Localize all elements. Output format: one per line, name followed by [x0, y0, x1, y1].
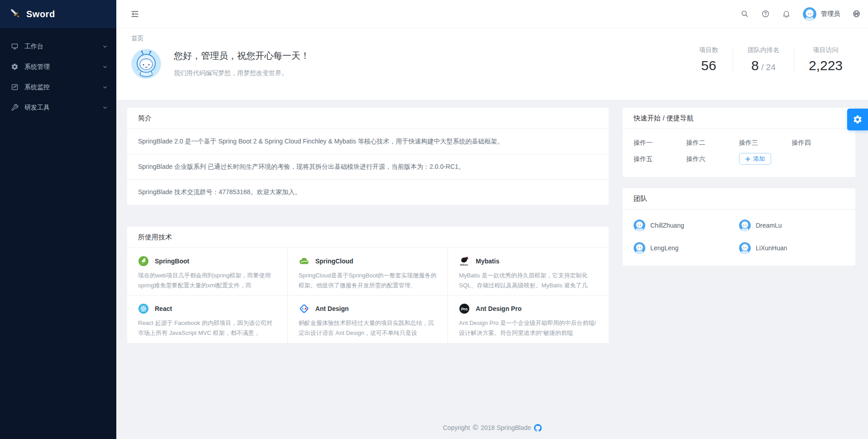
- welcome-avatar: [131, 49, 161, 79]
- team-member[interactable]: DreamLu: [739, 220, 844, 231]
- team-card: 团队 ChillZhuang DreamLu LengLeng LiXunHua…: [623, 188, 855, 266]
- stat-label: 团队内排名: [748, 46, 779, 54]
- hero-stats: 项目数 56 团队内排名 8 / 24 项目访问 2,223: [685, 46, 857, 73]
- app-logo[interactable]: Sword: [0, 0, 116, 28]
- team-member[interactable]: ChillZhuang: [634, 220, 739, 231]
- quick-link-1[interactable]: 操作一: [634, 136, 687, 149]
- member-name: LengLeng: [650, 244, 678, 252]
- breadcrumb[interactable]: 首页: [131, 34, 143, 43]
- tech-desc: React 起源于 Facebook 的内部项目，因为该公司对市场上所有 Jav…: [138, 318, 277, 339]
- github-icon[interactable]: [534, 424, 542, 432]
- quick-link-5[interactable]: 操作五: [634, 152, 687, 166]
- chevron-down-icon: [103, 65, 107, 69]
- quick-link-3[interactable]: 操作三: [739, 136, 792, 149]
- intro-card: 简介 SpringBlade 2.0 是一个基于 Spring Boot 2 &…: [127, 108, 609, 205]
- member-avatar: [739, 242, 751, 254]
- tech-cell-mybatis[interactable]: MyBatis Mybatis MyBatis 是一款优秀的持久层框架，它支持定…: [448, 248, 609, 296]
- member-avatar: [634, 220, 645, 231]
- sidebar-nav: 工作台 系统管理 系统监控 研发工具: [0, 28, 116, 118]
- plus-icon: [745, 157, 750, 162]
- tech-cell-springcloud[interactable]: SpringCloud SpringCloud是基于SpringBoot的一整套…: [288, 248, 448, 296]
- welcome-title: 您好，管理员，祝您开心每一天！: [174, 50, 310, 62]
- tech-name: Ant Design Pro: [476, 305, 521, 312]
- member-name: LiXunHuan: [756, 244, 787, 252]
- team-members: ChillZhuang DreamLu LengLeng LiXunHuan: [623, 210, 855, 254]
- sidebar: Sword 工作台 系统管理 系统监控 研发工具: [0, 0, 116, 439]
- team-member[interactable]: LengLeng: [634, 242, 739, 254]
- wrench-icon: [11, 104, 19, 111]
- search-icon[interactable]: [740, 10, 749, 18]
- help-icon[interactable]: [761, 10, 770, 18]
- member-name: ChillZhuang: [650, 222, 684, 229]
- sidebar-item-label: 系统管理: [24, 63, 103, 71]
- team-card-title: 团队: [623, 188, 855, 210]
- monitor-icon: [11, 43, 19, 50]
- tech-desc: 现在的web项目几乎都会用到spring框架，而要使用spring难免需要配置大…: [138, 271, 277, 291]
- member-avatar: [739, 220, 751, 231]
- stat-value: 8 / 24: [748, 58, 779, 73]
- antdesign-icon: [299, 303, 310, 314]
- footer-copyright-text: Copyright: [443, 424, 470, 431]
- intro-card-title: 简介: [127, 108, 609, 129]
- globe-icon[interactable]: [852, 10, 861, 18]
- collapse-menu-icon: [130, 9, 140, 19]
- member-name: DreamLu: [756, 222, 782, 229]
- antdesignpro-icon: Pro: [459, 303, 470, 314]
- page-content: 首页 您好，管理员，祝您开心每一天: [116, 28, 868, 439]
- bell-icon[interactable]: [782, 10, 791, 18]
- stat-project-visits: 项目访问 2,223: [794, 46, 857, 73]
- tech-name: Ant Design: [315, 305, 349, 312]
- member-avatar: [634, 242, 645, 254]
- app-root: Sword 工作台 系统管理 系统监控 研发工具: [0, 0, 868, 439]
- sword-logo-icon: [9, 7, 21, 21]
- stat-label: 项目访问: [809, 46, 843, 54]
- sidebar-item-label: 系统监控: [24, 83, 103, 91]
- chevron-down-icon: [103, 105, 107, 110]
- gear-icon: [11, 63, 19, 71]
- stat-projects: 项目数 56: [685, 46, 733, 73]
- tech-desc: Ant Design Pro 是一个企业级开箱即用的中后台前端/设计解决方案。符…: [459, 318, 598, 339]
- welcome-subtitle: 我们用代码编写梦想，用梦想改变世界。: [174, 69, 310, 77]
- quick-links: 操作一 操作二 操作三 操作四 操作五 操作六 添加: [623, 129, 855, 166]
- add-button-label: 添加: [753, 155, 765, 163]
- tech-desc: MyBatis 是一款优秀的持久层框架，它支持定制化 SQL、存储过程以及高级映…: [459, 271, 598, 291]
- stat-value: 56: [699, 58, 718, 73]
- add-button[interactable]: 添加: [739, 153, 771, 165]
- intro-line: SpringBlade 2.0 是一个基于 Spring Boot 2 & Sp…: [127, 129, 609, 154]
- sidebar-item-system-monitor[interactable]: 系统监控: [0, 77, 116, 97]
- user-menu[interactable]: 管理员: [803, 7, 840, 21]
- chevron-down-icon: [103, 85, 107, 90]
- sidebar-item-dev-tools[interactable]: 研发工具: [0, 97, 116, 118]
- tech-card-title: 所使用技术: [127, 227, 609, 248]
- user-name: 管理员: [821, 10, 840, 18]
- quick-start-title: 快速开始 / 便捷导航: [623, 108, 855, 129]
- intro-line: SpringBlade 企业版系列 已通过长时间生产环境的考验，现将其拆分出基础…: [127, 154, 609, 180]
- copyright-icon: ©: [472, 424, 478, 432]
- tech-cell-antdesign[interactable]: Ant Design 蚂蚁金服体验技术部经过大量的项目实践和总结，沉淀出设计语言…: [288, 296, 448, 343]
- quick-link-4[interactable]: 操作四: [792, 136, 845, 149]
- page-footer: Copyright © 2018 SpringBlade: [116, 424, 868, 432]
- tech-grid: SpringBoot 现在的web项目几乎都会用到spring框架，而要使用sp…: [127, 248, 609, 343]
- tech-card: 所使用技术 SpringBoot 现在的web项目几乎都会用到spring框架，…: [127, 227, 609, 343]
- avatar: [803, 7, 816, 21]
- springboot-icon: [138, 256, 149, 267]
- intro-line: SpringBlade 技术交流群号：477853168。欢迎大家加入。: [127, 180, 609, 205]
- tech-cell-antdesignpro[interactable]: Pro Ant Design Pro Ant Design Pro 是一个企业级…: [448, 296, 609, 343]
- welcome-texts: 您好，管理员，祝您开心每一天！ 我们用代码编写梦想，用梦想改变世界。: [174, 49, 310, 79]
- tech-cell-springboot[interactable]: SpringBoot 现在的web项目几乎都会用到spring框架，而要使用sp…: [127, 248, 288, 296]
- stat-label: 项目数: [699, 46, 718, 54]
- sidebar-item-label: 工作台: [24, 43, 103, 51]
- quick-link-2[interactable]: 操作二: [687, 136, 739, 149]
- sidebar-item-workbench[interactable]: 工作台: [0, 36, 116, 57]
- svg-text:Pro: Pro: [461, 307, 467, 311]
- tech-cell-react[interactable]: React React 起源于 Facebook 的内部项目，因为该公司对市场上…: [127, 296, 288, 343]
- topbar: 管理员: [116, 0, 868, 28]
- team-member[interactable]: LiXunHuan: [739, 242, 844, 254]
- sidebar-item-system-admin[interactable]: 系统管理: [0, 57, 116, 77]
- welcome-block: 您好，管理员，祝您开心每一天！ 我们用代码编写梦想，用梦想改变世界。: [131, 49, 310, 79]
- stat-team-rank: 团队内排名 8 / 24: [733, 46, 794, 73]
- theme-settings-button[interactable]: [847, 109, 868, 130]
- sidebar-collapse-button[interactable]: [129, 8, 141, 20]
- chart-icon: [11, 83, 19, 91]
- quick-link-6[interactable]: 操作六: [687, 152, 739, 166]
